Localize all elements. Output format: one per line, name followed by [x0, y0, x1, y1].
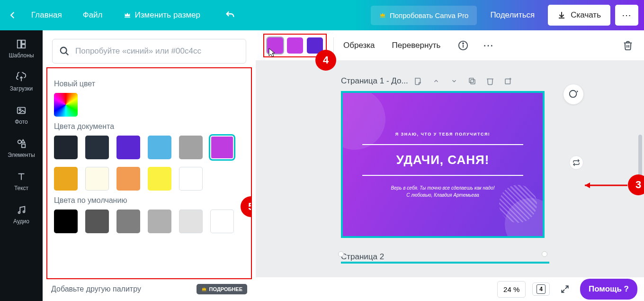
- color-swatch[interactable]: [54, 167, 78, 191]
- svg-point-9: [18, 212, 20, 214]
- color-swatch[interactable]: [179, 136, 203, 159]
- try-pro-button[interactable]: Попробовать Canva Pro: [371, 6, 477, 25]
- menu-home-label: Главная: [31, 10, 62, 20]
- card-body-2: С любовью, Клавдия Артемьева: [406, 192, 479, 198]
- page-content: Я ЗНАЮ, ЧТО У ТЕБЯ ПОЛУЧИТСЯ! УДАЧИ, САН…: [343, 93, 543, 236]
- svg-rect-4: [18, 108, 26, 114]
- page-delete-icon[interactable]: [485, 76, 495, 86]
- templates-icon: [2, 39, 41, 49]
- doc-colors-heading: Цвета документа: [54, 122, 244, 131]
- svg-point-16: [570, 91, 577, 98]
- menu-resize-label: Изменить размер: [135, 10, 201, 20]
- page-add-icon[interactable]: [503, 76, 513, 86]
- delete-icon[interactable]: [619, 37, 636, 54]
- download-button[interactable]: Скачать: [548, 5, 610, 26]
- sidebar-item-audio[interactable]: Аудио: [0, 198, 43, 231]
- sidebar-item-label: Шаблоны: [9, 52, 34, 59]
- svg-rect-18: [469, 78, 474, 82]
- context-swatch-2[interactable]: [287, 37, 303, 54]
- try-pro-label: Попробовать Canva Pro: [390, 11, 468, 19]
- topbar-left: Главная Файл Изменить размер: [6, 6, 237, 25]
- menu-resize[interactable]: Изменить размер: [114, 6, 210, 25]
- page-2-title: Страница 2: [341, 252, 564, 262]
- sidebar-item-label: Загрузки: [10, 85, 33, 92]
- page-header: Страница 1 - До...: [341, 76, 564, 86]
- color-swatch[interactable]: [179, 167, 203, 191]
- crown-icon: [379, 12, 386, 18]
- fullscreen-icon[interactable]: [556, 281, 573, 298]
- add-palette-link[interactable]: Добавьте другую палитру: [51, 285, 141, 293]
- sidebar-item-label: Текст: [14, 185, 28, 192]
- color-search-input[interactable]: [75, 46, 239, 56]
- color-swatch[interactable]: [179, 210, 203, 233]
- selection-handle[interactable]: [338, 251, 344, 257]
- sidebar-item-text[interactable]: Текст: [0, 165, 43, 198]
- menu-home[interactable]: Главная: [22, 6, 72, 25]
- sidebar-item-uploads[interactable]: Загрузки: [0, 65, 43, 99]
- sidebar-item-templates[interactable]: Шаблоны: [0, 32, 43, 65]
- design-page-1[interactable]: Я ЗНАЮ, ЧТО У ТЕБЯ ПОЛУЧИТСЯ! УДАЧИ, САН…: [341, 91, 545, 238]
- menu-file[interactable]: Файл: [73, 6, 112, 25]
- doc-colors-row: [54, 136, 244, 191]
- color-swatch[interactable]: [148, 136, 171, 159]
- annotation-4: 4: [315, 50, 336, 71]
- svg-rect-17: [471, 80, 475, 84]
- color-swatch[interactable]: [54, 210, 78, 233]
- color-swatch[interactable]: [85, 136, 109, 159]
- svg-rect-7: [22, 144, 25, 147]
- svg-rect-1: [22, 40, 25, 44]
- svg-point-10: [23, 211, 25, 213]
- color-swatch[interactable]: [85, 210, 109, 233]
- svg-rect-2: [22, 45, 25, 48]
- pro-badge[interactable]: ПОДРОБНЕЕ: [197, 284, 247, 294]
- svg-line-12: [66, 53, 69, 55]
- help-button[interactable]: Помощь ?: [580, 279, 637, 300]
- separator: [333, 37, 334, 54]
- selection-handle[interactable]: [542, 251, 547, 257]
- card-body-1: Верь в себя. Ты точно все сделаешь как н…: [391, 185, 495, 191]
- annotation-3: 3: [628, 174, 644, 195]
- color-swatch[interactable]: [116, 210, 140, 233]
- share-label: Поделиться: [490, 10, 535, 19]
- svg-point-5: [19, 109, 21, 110]
- sidebar-item-photos[interactable]: Фото: [0, 99, 43, 132]
- color-swatch[interactable]: [85, 167, 109, 191]
- sidebar-item-elements[interactable]: Элементы: [0, 132, 43, 165]
- back-icon[interactable]: [6, 8, 20, 22]
- color-swatch[interactable]: [210, 210, 234, 233]
- color-swatch[interactable]: [148, 167, 171, 191]
- context-color-swatches: 4: [263, 34, 327, 57]
- page-up-icon[interactable]: [431, 76, 441, 86]
- new-color-picker[interactable]: [54, 93, 78, 117]
- color-swatch[interactable]: [116, 167, 140, 191]
- page-duplicate-icon[interactable]: [467, 76, 477, 86]
- menu-file-label: Файл: [83, 10, 103, 20]
- left-sidebar: Шаблоны Загрузки Фото Элементы Текст Ауд…: [0, 30, 43, 301]
- page-down-icon[interactable]: [449, 76, 459, 86]
- color-swatch[interactable]: [116, 136, 140, 159]
- crop-button[interactable]: Обрезка: [340, 38, 378, 53]
- sidebar-item-label: Аудио: [13, 218, 29, 225]
- swap-button[interactable]: [569, 155, 583, 170]
- share-button[interactable]: Поделиться: [482, 5, 543, 26]
- topbar-more-button[interactable]: ⋯: [615, 5, 638, 26]
- context-swatch-1[interactable]: [267, 37, 283, 54]
- download-icon: [557, 11, 566, 19]
- add-effect-button[interactable]: [564, 84, 583, 104]
- svg-marker-8: [21, 140, 25, 143]
- color-swatch[interactable]: [210, 136, 234, 159]
- context-more-icon[interactable]: ⋯: [480, 37, 497, 54]
- status-bar: 24 % 4 Помощь ?: [256, 277, 644, 301]
- undo-icon[interactable]: [223, 8, 237, 22]
- color-swatch[interactable]: [148, 210, 171, 233]
- flip-button[interactable]: Перевернуть: [389, 38, 444, 53]
- page-title: Страница 1 - До...: [341, 76, 408, 86]
- zoom-indicator[interactable]: 24 %: [497, 281, 526, 298]
- download-label: Скачать: [571, 10, 601, 20]
- page-notes-icon[interactable]: [413, 76, 423, 86]
- sidebar-item-label: Фото: [15, 119, 28, 125]
- info-icon[interactable]: [455, 37, 472, 54]
- color-swatch[interactable]: [54, 136, 78, 159]
- page-indicator[interactable]: 4: [532, 283, 550, 296]
- color-search: [52, 39, 246, 64]
